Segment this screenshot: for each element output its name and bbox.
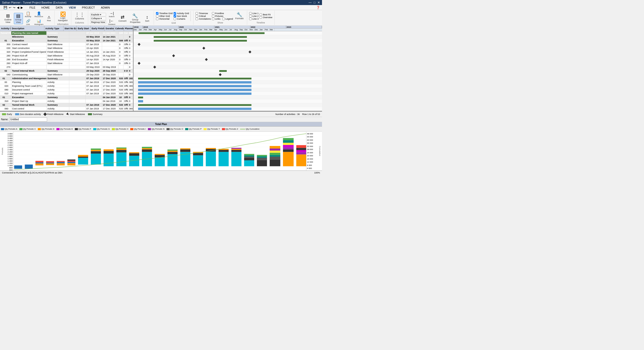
outline-view-button[interactable]: ⊞ OutlineView	[3, 13, 13, 24]
bar-mar19-d	[57, 163, 65, 165]
outline-view-icon: ⊞	[6, 14, 10, 18]
overview-checkbox[interactable]	[260, 16, 262, 19]
table-row[interactable]: 270 03 May 2019 03 May 2019 0	[0, 65, 133, 69]
frontline-checkbox[interactable]	[212, 12, 214, 15]
legend-qty-f: Qty Periodic F	[75, 128, 91, 130]
line1-checkbox[interactable]	[249, 12, 252, 15]
maximize-btn[interactable]: □	[314, 1, 315, 4]
menu-file[interactable]: FILE	[28, 6, 36, 10]
table-row[interactable]: 300 Contract Award Start Milestone 07 Ja…	[0, 43, 133, 46]
window-controls[interactable]: — □ ✕	[309, 1, 320, 4]
bar-apr19-f	[67, 159, 75, 161]
sort-button[interactable]: ↕ Sort	[143, 14, 152, 23]
menu-project[interactable]: PROJECT	[81, 6, 96, 10]
cell-description: End Excavation	[11, 58, 47, 61]
cell-dur: 115	[118, 111, 123, 111]
gantt-row	[134, 69, 322, 73]
group-view-button[interactable]: ▤ GroupView	[14, 13, 23, 24]
table-row[interactable]: 080 Document control Activity 07 Jan 201…	[0, 88, 133, 92]
link-button[interactable]: 🔗 Link	[24, 19, 32, 26]
links-checkbox[interactable]	[212, 18, 214, 20]
outdent-button[interactable]: |← Outdent	[107, 19, 116, 26]
bestfit-checkbox[interactable]	[260, 13, 262, 16]
cell-sne	[69, 96, 86, 99]
name-input[interactable]	[9, 118, 47, 122]
table-row[interactable]: 020 Engineering Team Lead (ETL) Activity…	[0, 84, 133, 88]
explode-dropdown[interactable]: Explode ▾	[90, 13, 106, 16]
gantt-bar	[138, 78, 251, 79]
timeline-grid-checkbox[interactable]	[156, 12, 158, 15]
resource-button[interactable]: 👤 Resource	[33, 11, 44, 18]
table-row[interactable]: Tunnel Project Baseline Planning the new…	[0, 31, 133, 35]
menu-data[interactable]: DATA	[55, 6, 64, 10]
menu-view[interactable]: VIEW	[68, 6, 77, 10]
qa-redo[interactable]: ↪	[12, 6, 16, 10]
qa-undo[interactable]: ↩	[8, 6, 12, 10]
milestone-marker	[172, 54, 175, 57]
table-row[interactable]: 01 Administration and Management Summary…	[0, 77, 133, 80]
table-row[interactable]: 02 Tunnel Internal Work Summary 29 Sep 2…	[0, 69, 133, 73]
legend-bar: Early Zero duration activity Finish Mile…	[0, 111, 322, 117]
cell-ef: 17 Dec 2020	[102, 77, 118, 80]
activity-button[interactable]: 📋 Activity	[24, 11, 32, 18]
table-row[interactable]: 260 Project Kick-off Start Milestone 07 …	[0, 62, 133, 65]
histogram-button[interactable]: 📊 Histogram	[33, 19, 44, 26]
table-row[interactable]: 290 End Excavation Finish Milestone 14 A…	[0, 58, 133, 62]
columns-button[interactable]: ⋮⋮ Columns	[73, 11, 86, 21]
help-icon[interactable]: ❓	[316, 6, 320, 9]
table-row[interactable]: 320 Project Completion/Tunnel Opening Fi…	[0, 50, 133, 54]
table-row[interactable]: 060 Cost control Activity 07 Jan 2019 17…	[0, 107, 133, 111]
qa-save[interactable]: 💾	[3, 6, 8, 10]
bar-nov18-a	[14, 165, 22, 169]
table-row[interactable]: 040 Commissioning Start Milestone 29 Sep…	[0, 73, 133, 77]
status-info: Number of activities : 36 Row 1 to 26 of…	[275, 113, 320, 115]
month-dec18: Dec	[134, 28, 139, 31]
table-row[interactable]: 280 Project Kick-off Start Milestone 05 …	[0, 54, 133, 58]
table-row[interactable]: 00 Planning Activity 07 Jan 2019 17 Dec …	[0, 80, 133, 84]
convert-button[interactable]: ⇄ Convert	[117, 14, 128, 23]
bar-jan19-d	[36, 163, 44, 165]
timenow-checkbox[interactable]	[196, 12, 198, 15]
cell-es: 07 Jan 2019	[86, 107, 102, 110]
menu-admin[interactable]: ADMIN	[100, 6, 111, 10]
horizontal-checkbox[interactable]	[156, 18, 158, 20]
y-val-2800: 2 800	[5, 144, 13, 146]
table-row[interactable]: 02 Engineering Summary 07 Jan 2019 02 Ma…	[0, 111, 133, 111]
line3-checkbox[interactable]	[249, 18, 252, 20]
table-row[interactable]: 02 Tunnel Internal Work Summary 07 Jan 2…	[0, 103, 133, 107]
timeline-grid-label: Timeline Grid	[159, 12, 173, 15]
table-row[interactable]: 030 Start construction Start Milestone 1…	[0, 46, 133, 50]
formats-button[interactable]: 🔧 Formats	[234, 12, 245, 20]
cell-cal: Office	[123, 84, 128, 88]
cell-description	[11, 65, 47, 69]
indent-button[interactable]: →| Indent	[107, 11, 116, 18]
month-jun19: Jun	[164, 28, 169, 31]
table-row[interactable]: 01 Excavation Summary 04 Jan 2019 10 Off…	[0, 96, 133, 99]
annotations-checkbox[interactable]	[196, 18, 198, 20]
risk-button[interactable]: ⚠ Risk	[45, 15, 52, 22]
logic-navigator-button[interactable]: 🔀 LogicNavigator	[57, 11, 69, 22]
activity-grid-checkbox[interactable]	[174, 12, 176, 15]
collapse-dropdown[interactable]: Collapse ▾	[90, 17, 106, 20]
pictures-checkbox[interactable]	[212, 15, 214, 17]
bar-jun19-d	[91, 150, 101, 151]
table-row[interactable]: 310 Project Start Up Activity 04 Jan 201…	[0, 99, 133, 103]
menu-home[interactable]: HOME	[40, 6, 51, 10]
table-row[interactable]: 01 Excavation Summary 03 May 2019 14 Jan…	[0, 39, 133, 43]
cell-cal: Office	[123, 80, 128, 84]
close-btn[interactable]: ✕	[317, 1, 320, 4]
legend-checkbox[interactable]	[222, 18, 225, 20]
critical-checkbox[interactable]	[196, 15, 198, 17]
line2-checkbox[interactable]	[249, 15, 252, 17]
curtains-checkbox[interactable]	[174, 18, 176, 20]
regroup-now-button[interactable]: Regroup Now	[90, 20, 106, 24]
group-properties-button[interactable]: 🔧 GroupProperties	[129, 13, 142, 24]
non-work-checkbox[interactable]	[174, 15, 176, 17]
qa-fwd[interactable]: ▶	[20, 6, 23, 10]
table-row[interactable]: Milestones Summary 03 May 2019 14 Jan 20…	[0, 35, 133, 39]
other-grid-checkbox[interactable]	[156, 15, 158, 17]
table-row[interactable]: 010 Project management Activity 07 Jan 2…	[0, 92, 133, 96]
minimize-btn[interactable]: —	[309, 1, 312, 4]
bar-aug19-g	[116, 152, 126, 166]
qa-back[interactable]: ◀	[16, 6, 20, 10]
